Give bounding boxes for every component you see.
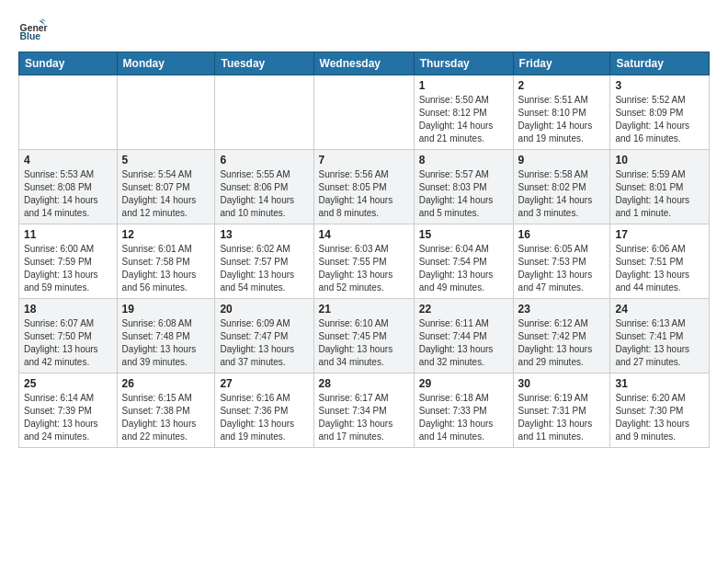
logo: General Blue [18, 15, 48, 44]
day-info: Sunrise: 5:51 AM Sunset: 8:10 PM Dayligh… [518, 94, 606, 145]
day-number: 26 [122, 377, 210, 390]
day-info: Sunrise: 6:05 AM Sunset: 7:53 PM Dayligh… [518, 243, 606, 294]
day-of-week-header: Sunday [19, 52, 118, 75]
day-number: 10 [615, 154, 704, 167]
calendar-cell: 23Sunrise: 6:12 AM Sunset: 7:42 PM Dayli… [513, 299, 610, 373]
day-of-week-header: Tuesday [215, 52, 313, 75]
calendar-week-row: 18Sunrise: 6:07 AM Sunset: 7:50 PM Dayli… [19, 299, 710, 373]
day-info: Sunrise: 5:50 AM Sunset: 8:12 PM Dayligh… [419, 94, 508, 145]
calendar-cell: 31Sunrise: 6:20 AM Sunset: 7:30 PM Dayli… [610, 373, 710, 448]
day-info: Sunrise: 6:12 AM Sunset: 7:42 PM Dayligh… [518, 317, 606, 369]
day-number: 19 [122, 303, 210, 316]
calendar-cell: 1Sunrise: 5:50 AM Sunset: 8:12 PM Daylig… [414, 75, 513, 150]
day-number: 15 [419, 228, 508, 241]
calendar-cell [215, 75, 313, 150]
day-info: Sunrise: 6:18 AM Sunset: 7:33 PM Dayligh… [419, 392, 508, 443]
day-info: Sunrise: 6:10 AM Sunset: 7:45 PM Dayligh… [319, 317, 409, 369]
day-number: 25 [24, 377, 112, 390]
day-info: Sunrise: 6:07 AM Sunset: 7:50 PM Dayligh… [24, 317, 112, 369]
day-of-week-header: Thursday [414, 52, 513, 75]
day-info: Sunrise: 6:04 AM Sunset: 7:54 PM Dayligh… [419, 243, 508, 294]
day-info: Sunrise: 5:59 AM Sunset: 8:01 PM Dayligh… [615, 168, 704, 220]
day-number: 18 [24, 303, 112, 316]
calendar-cell: 2Sunrise: 5:51 AM Sunset: 8:10 PM Daylig… [513, 75, 610, 150]
calendar-cell: 13Sunrise: 6:02 AM Sunset: 7:57 PM Dayli… [215, 224, 313, 299]
calendar-cell: 22Sunrise: 6:11 AM Sunset: 7:44 PM Dayli… [414, 299, 513, 373]
page-header: General Blue [18, 15, 710, 44]
day-info: Sunrise: 5:54 AM Sunset: 8:07 PM Dayligh… [122, 168, 210, 220]
day-number: 4 [24, 154, 112, 167]
logo-icon: General Blue [18, 15, 48, 44]
day-number: 11 [24, 228, 112, 241]
calendar-cell: 21Sunrise: 6:10 AM Sunset: 7:45 PM Dayli… [313, 299, 414, 373]
day-info: Sunrise: 6:16 AM Sunset: 7:36 PM Dayligh… [220, 392, 308, 443]
calendar-week-row: 4Sunrise: 5:53 AM Sunset: 8:08 PM Daylig… [19, 150, 710, 224]
svg-text:Blue: Blue [20, 31, 41, 41]
calendar-cell: 18Sunrise: 6:07 AM Sunset: 7:50 PM Dayli… [19, 299, 118, 373]
day-number: 12 [122, 228, 210, 241]
day-info: Sunrise: 5:55 AM Sunset: 8:06 PM Dayligh… [220, 168, 308, 220]
day-info: Sunrise: 6:20 AM Sunset: 7:30 PM Dayligh… [615, 392, 704, 443]
day-number: 6 [220, 154, 308, 167]
calendar-cell: 16Sunrise: 6:05 AM Sunset: 7:53 PM Dayli… [513, 224, 610, 299]
day-info: Sunrise: 6:13 AM Sunset: 7:41 PM Dayligh… [615, 317, 704, 369]
day-of-week-header: Monday [117, 52, 215, 75]
calendar-cell: 11Sunrise: 6:00 AM Sunset: 7:59 PM Dayli… [19, 224, 118, 299]
day-number: 24 [615, 303, 704, 316]
day-info: Sunrise: 5:53 AM Sunset: 8:08 PM Dayligh… [24, 168, 112, 220]
day-number: 5 [122, 154, 210, 167]
day-info: Sunrise: 6:03 AM Sunset: 7:55 PM Dayligh… [319, 243, 409, 294]
day-info: Sunrise: 6:14 AM Sunset: 7:39 PM Dayligh… [24, 392, 112, 443]
calendar-cell: 20Sunrise: 6:09 AM Sunset: 7:47 PM Dayli… [215, 299, 313, 373]
day-number: 27 [220, 377, 308, 390]
calendar-cell: 6Sunrise: 5:55 AM Sunset: 8:06 PM Daylig… [215, 150, 313, 224]
calendar-cell: 19Sunrise: 6:08 AM Sunset: 7:48 PM Dayli… [117, 299, 215, 373]
day-of-week-header: Saturday [610, 52, 710, 75]
day-info: Sunrise: 5:57 AM Sunset: 8:03 PM Dayligh… [419, 168, 508, 220]
calendar-cell: 14Sunrise: 6:03 AM Sunset: 7:55 PM Dayli… [313, 224, 414, 299]
day-number: 7 [319, 154, 409, 167]
day-info: Sunrise: 5:56 AM Sunset: 8:05 PM Dayligh… [319, 168, 409, 220]
calendar-cell [19, 75, 118, 150]
day-info: Sunrise: 6:17 AM Sunset: 7:34 PM Dayligh… [319, 392, 409, 443]
calendar-cell: 5Sunrise: 5:54 AM Sunset: 8:07 PM Daylig… [117, 150, 215, 224]
day-number: 28 [319, 377, 409, 390]
day-info: Sunrise: 6:01 AM Sunset: 7:58 PM Dayligh… [122, 243, 210, 294]
calendar-cell: 29Sunrise: 6:18 AM Sunset: 7:33 PM Dayli… [414, 373, 513, 448]
calendar-cell: 12Sunrise: 6:01 AM Sunset: 7:58 PM Dayli… [117, 224, 215, 299]
calendar-cell [117, 75, 215, 150]
day-info: Sunrise: 6:09 AM Sunset: 7:47 PM Dayligh… [220, 317, 308, 369]
calendar-cell: 25Sunrise: 6:14 AM Sunset: 7:39 PM Dayli… [19, 373, 118, 448]
day-number: 9 [518, 154, 606, 167]
calendar-header-row: SundayMondayTuesdayWednesdayThursdayFrid… [19, 52, 710, 75]
day-number: 14 [319, 228, 409, 241]
day-number: 13 [220, 228, 308, 241]
calendar-cell: 30Sunrise: 6:19 AM Sunset: 7:31 PM Dayli… [513, 373, 610, 448]
calendar-cell: 3Sunrise: 5:52 AM Sunset: 8:09 PM Daylig… [610, 75, 710, 150]
calendar-cell: 10Sunrise: 5:59 AM Sunset: 8:01 PM Dayli… [610, 150, 710, 224]
day-info: Sunrise: 5:52 AM Sunset: 8:09 PM Dayligh… [615, 94, 704, 145]
day-info: Sunrise: 6:08 AM Sunset: 7:48 PM Dayligh… [122, 317, 210, 369]
calendar-week-row: 11Sunrise: 6:00 AM Sunset: 7:59 PM Dayli… [19, 224, 710, 299]
day-number: 20 [220, 303, 308, 316]
day-number: 3 [615, 79, 704, 92]
day-number: 29 [419, 377, 508, 390]
day-of-week-header: Wednesday [313, 52, 414, 75]
calendar-cell: 15Sunrise: 6:04 AM Sunset: 7:54 PM Dayli… [414, 224, 513, 299]
day-number: 23 [518, 303, 606, 316]
calendar-cell: 24Sunrise: 6:13 AM Sunset: 7:41 PM Dayli… [610, 299, 710, 373]
calendar-cell: 7Sunrise: 5:56 AM Sunset: 8:05 PM Daylig… [313, 150, 414, 224]
day-number: 21 [319, 303, 409, 316]
calendar-cell: 17Sunrise: 6:06 AM Sunset: 7:51 PM Dayli… [610, 224, 710, 299]
calendar-week-row: 25Sunrise: 6:14 AM Sunset: 7:39 PM Dayli… [19, 373, 710, 448]
calendar-cell: 28Sunrise: 6:17 AM Sunset: 7:34 PM Dayli… [313, 373, 414, 448]
day-number: 16 [518, 228, 606, 241]
calendar-cell: 4Sunrise: 5:53 AM Sunset: 8:08 PM Daylig… [19, 150, 118, 224]
day-number: 1 [419, 79, 508, 92]
day-info: Sunrise: 6:02 AM Sunset: 7:57 PM Dayligh… [220, 243, 308, 294]
day-info: Sunrise: 6:00 AM Sunset: 7:59 PM Dayligh… [24, 243, 112, 294]
day-number: 8 [419, 154, 508, 167]
day-number: 17 [615, 228, 704, 241]
day-info: Sunrise: 5:58 AM Sunset: 8:02 PM Dayligh… [518, 168, 606, 220]
calendar-cell: 27Sunrise: 6:16 AM Sunset: 7:36 PM Dayli… [215, 373, 313, 448]
